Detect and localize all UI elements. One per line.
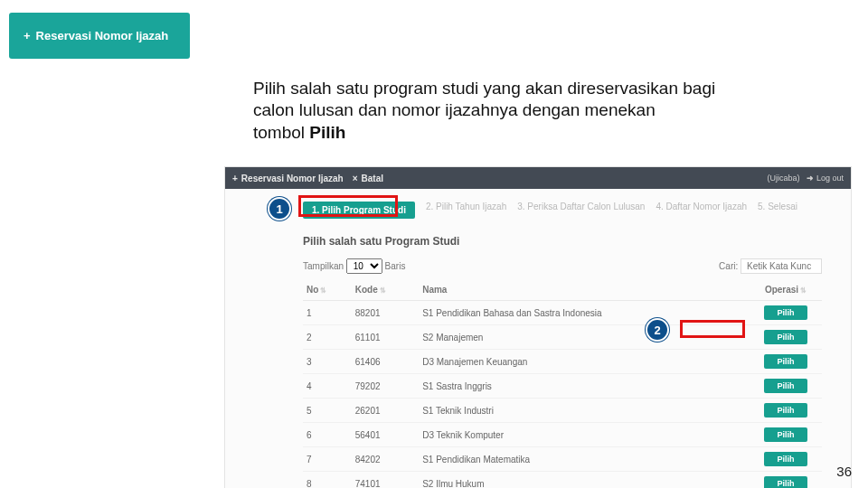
app-topbar: + Reservasi Nomor Ijazah × Batal (Ujicab… <box>225 167 851 189</box>
pilih-button[interactable]: Pilih <box>764 476 807 488</box>
wizard-steps: 1. Pilih Program Studi 2. Pilih Tahun Ij… <box>303 202 835 219</box>
callout-1: 1 <box>268 197 291 221</box>
step-5[interactable]: 5. Selesai <box>758 202 797 219</box>
topbar-reserve[interactable]: + Reservasi Nomor Ijazah <box>232 174 344 183</box>
col-no[interactable]: No⇅ <box>303 279 352 301</box>
user-label: (Ujicaba) <box>767 174 799 183</box>
pilih-button[interactable]: Pilih <box>764 330 807 344</box>
table-row: 261101S2 ManajemenPilih <box>303 325 822 350</box>
pilih-button[interactable]: Pilih <box>764 379 807 393</box>
rows-select[interactable]: 10 <box>346 258 382 274</box>
table-row: 526201S1 Teknik IndustriPilih <box>303 399 822 423</box>
table-row: 656401D3 Teknik KomputerPilih <box>303 423 822 447</box>
instruction-text: Pilih salah satu program studi yang akan… <box>253 78 805 144</box>
table-row: 361406D3 Manajemen KeuanganPilih <box>303 350 822 374</box>
col-nama[interactable]: Nama <box>419 279 750 301</box>
pilih-button[interactable]: Pilih <box>764 354 807 369</box>
step-4[interactable]: 4. Daftar Nomor Ijazah <box>656 202 747 219</box>
reserve-button[interactable]: + Reservasi Nomor Ijazah <box>9 13 190 59</box>
pilih-button[interactable]: Pilih <box>764 305 807 320</box>
table-row: 188201S1 Pendidikan Bahasa dan Sastra In… <box>303 301 822 325</box>
step-1[interactable]: 1. Pilih Program Studi <box>303 202 415 219</box>
pilih-button[interactable]: Pilih <box>764 427 807 442</box>
table-row: 479202S1 Sastra InggrisPilih <box>303 374 822 399</box>
search-input[interactable] <box>741 258 822 274</box>
pilih-button[interactable]: Pilih <box>764 452 807 466</box>
reserve-button-label: Reservasi Nomor Ijazah <box>36 29 169 42</box>
plus-icon: + <box>24 29 31 42</box>
col-operasi[interactable]: Operasi⇅ <box>750 279 822 301</box>
logout-link[interactable]: Log out <box>807 174 844 183</box>
step-3[interactable]: 3. Periksa Daftar Calon Lulusan <box>517 202 645 219</box>
page-number: 36 <box>836 464 852 479</box>
topbar-cancel[interactable]: × Batal <box>353 174 383 183</box>
pilih-button[interactable]: Pilih <box>764 403 807 418</box>
program-table: No⇅ Kode⇅ Nama Operasi⇅ 188201S1 Pendidi… <box>303 279 822 488</box>
table-toolbar: Tampilkan 10 Baris Cari: <box>303 258 822 274</box>
table-row: 874101S2 Ilmu HukumPilih <box>303 472 822 489</box>
table-row: 784202S1 Pendidikan MatematikaPilih <box>303 447 822 472</box>
col-kode[interactable]: Kode⇅ <box>352 279 419 301</box>
section-title: Pilih salah satu Program Studi <box>303 235 835 248</box>
app-screenshot: + Reservasi Nomor Ijazah × Batal (Ujicab… <box>224 166 852 488</box>
step-2[interactable]: 2. Pilih Tahun Ijazah <box>426 202 506 219</box>
callout-2: 2 <box>646 318 669 342</box>
